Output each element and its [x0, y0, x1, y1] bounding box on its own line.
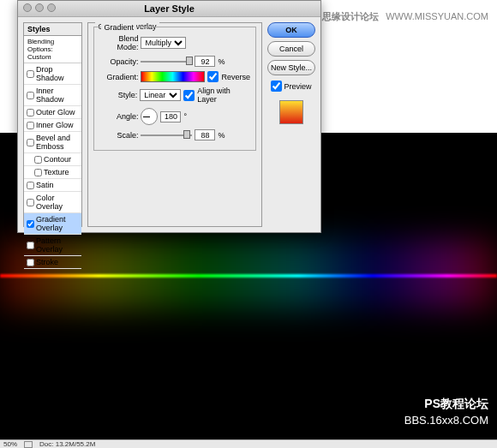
style-checkbox[interactable]	[27, 122, 34, 129]
style-label: Texture	[44, 168, 69, 176]
style-item-satin[interactable]: Satin	[24, 179, 81, 192]
style-checkbox[interactable]	[27, 182, 34, 189]
style-item-gradient-overlay[interactable]: Gradient Overlay	[24, 213, 81, 235]
blending-options[interactable]: Blending Options: Custom	[24, 36, 81, 63]
style-label: Inner Glow	[36, 121, 74, 129]
opacity-label: Opacity:	[99, 57, 138, 66]
opacity-unit: %	[218, 57, 225, 66]
style-row: Style: Linear Align with Layer	[99, 87, 250, 104]
status-icon[interactable]	[24, 441, 33, 448]
align-checkbox[interactable]	[183, 90, 195, 101]
blend-mode-row: Blend Mode: Multiply	[99, 34, 250, 51]
style-select[interactable]: Linear	[140, 89, 181, 101]
scale-input[interactable]	[195, 129, 215, 140]
preview-checkbox[interactable]	[271, 81, 282, 92]
style-checkbox[interactable]	[27, 109, 34, 116]
angle-label: Angle:	[99, 112, 138, 121]
style-checkbox[interactable]	[34, 156, 42, 164]
style-label: Color Overlay	[36, 194, 79, 211]
style-label: Style:	[99, 91, 137, 99]
watermark-bottom-line2: BBS.16xx8.COM	[404, 414, 488, 427]
doc-size: Doc: 13.2M/55.2M	[39, 440, 95, 448]
style-label: Contour	[44, 155, 71, 164]
group-title: Gradient	[101, 23, 136, 32]
style-checkbox[interactable]	[27, 92, 34, 99]
preview-row: Preview	[271, 81, 311, 92]
dialog-body: Styles Blending Options: Custom Drop Sha…	[18, 17, 320, 232]
style-item-color-overlay[interactable]: Color Overlay	[24, 192, 81, 213]
styles-list: Drop ShadowInner ShadowOuter GlowInner G…	[24, 63, 81, 269]
preview-swatch	[279, 100, 303, 124]
status-bar: 50% Doc: 13.2M/55.2M	[0, 439, 497, 448]
opacity-row: Opacity: %	[99, 56, 250, 67]
style-label: Drop Shadow	[36, 65, 79, 82]
style-checkbox[interactable]	[27, 220, 34, 228]
gradient-row: Gradient: Reverse	[99, 71, 250, 82]
dialog-title: Layer Style	[144, 3, 195, 14]
settings-panel: Gradient Overlay Gradient Blend Mode: Mu…	[87, 22, 262, 227]
style-item-outer-glow[interactable]: Outer Glow	[24, 106, 81, 119]
styles-header[interactable]: Styles	[24, 23, 81, 36]
dialog-titlebar[interactable]: Layer Style	[18, 1, 320, 17]
buttons-panel: OK Cancel New Style... Preview	[267, 22, 315, 227]
window-controls	[23, 3, 56, 12]
zoom-icon[interactable]	[47, 3, 56, 12]
styles-panel: Styles Blending Options: Custom Drop Sha…	[23, 22, 82, 227]
style-label: Inner Shadow	[36, 87, 79, 104]
watermark-top: 思缘设计论坛 WWW.MISSYUAN.COM	[322, 10, 488, 23]
style-checkbox[interactable]	[27, 199, 34, 206]
angle-dial[interactable]	[141, 108, 158, 125]
opacity-slider[interactable]	[141, 61, 192, 63]
style-item-drop-shadow[interactable]: Drop Shadow	[24, 63, 81, 85]
reverse-label: Reverse	[221, 73, 250, 81]
watermark-bottom: PS教程论坛 BBS.16xx8.COM	[404, 397, 488, 427]
align-label: Align with Layer	[197, 87, 250, 104]
style-label: Stroke	[36, 258, 58, 266]
style-checkbox[interactable]	[27, 242, 34, 249]
style-item-inner-shadow[interactable]: Inner Shadow	[24, 85, 81, 106]
angle-row: Angle: °	[99, 108, 250, 125]
close-icon[interactable]	[23, 3, 32, 12]
style-item-pattern-overlay[interactable]: Pattern Overlay	[24, 235, 81, 256]
style-label: Pattern Overlay	[36, 236, 79, 254]
style-checkbox[interactable]	[27, 70, 34, 78]
watermark-bottom-line1: PS教程论坛	[404, 397, 488, 412]
style-item-contour[interactable]: Contour	[24, 153, 81, 166]
new-style-button[interactable]: New Style...	[267, 60, 315, 75]
rainbow-line	[0, 274, 497, 278]
style-item-bevel-and-emboss[interactable]: Bevel and Emboss	[24, 132, 81, 153]
watermark-url: WWW.MISSYUAN.COM	[386, 11, 488, 21]
style-label: Bevel and Emboss	[36, 134, 79, 151]
reverse-checkbox[interactable]	[207, 71, 219, 82]
cancel-button[interactable]: Cancel	[267, 41, 315, 57]
style-checkbox[interactable]	[27, 139, 34, 146]
preview-label: Preview	[284, 82, 311, 91]
opacity-input[interactable]	[195, 56, 215, 67]
gradient-label: Gradient:	[99, 73, 138, 81]
blend-mode-select[interactable]: Multiply	[141, 37, 186, 49]
watermark-cn: 思缘设计论坛	[322, 11, 379, 21]
scale-label: Scale:	[99, 131, 138, 140]
angle-unit: °	[183, 112, 187, 121]
style-label: Outer Glow	[36, 108, 75, 116]
style-item-inner-glow[interactable]: Inner Glow	[24, 119, 81, 132]
scale-row: Scale: %	[99, 129, 250, 140]
style-item-stroke[interactable]: Stroke	[24, 256, 81, 269]
style-item-texture[interactable]: Texture	[24, 166, 81, 179]
zoom-level[interactable]: 50%	[3, 440, 17, 448]
layer-style-dialog: Layer Style Styles Blending Options: Cus…	[17, 0, 321, 233]
blend-mode-label: Blend Mode:	[99, 34, 138, 51]
minimize-icon[interactable]	[35, 3, 44, 12]
style-checkbox[interactable]	[34, 169, 42, 176]
ok-button[interactable]: OK	[267, 22, 315, 38]
style-label: Gradient Overlay	[36, 215, 79, 232]
style-label: Satin	[36, 181, 54, 189]
scale-slider[interactable]	[141, 134, 192, 136]
gradient-picker[interactable]	[141, 71, 205, 82]
angle-input[interactable]	[160, 111, 181, 122]
gradient-fieldset: Gradient Blend Mode: Multiply Opacity: %…	[93, 27, 256, 151]
style-checkbox[interactable]	[27, 259, 34, 266]
scale-unit: %	[218, 131, 225, 140]
